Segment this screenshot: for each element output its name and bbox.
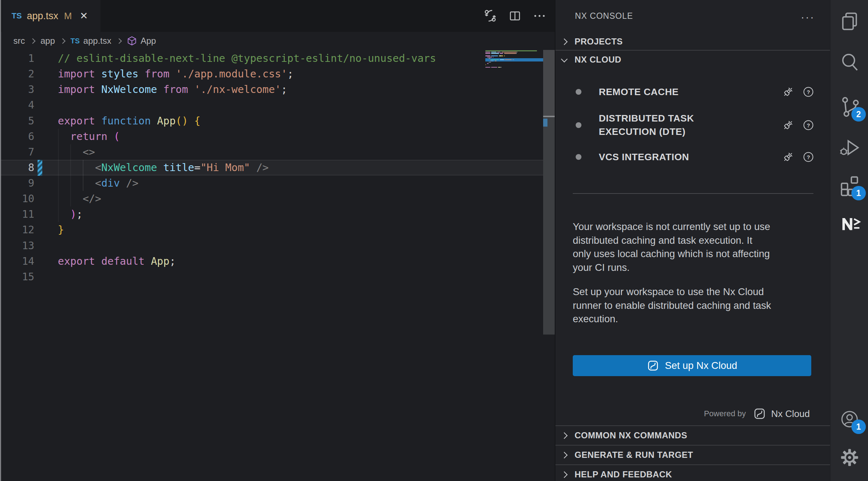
breadcrumb-app[interactable]: app (40, 36, 55, 46)
minimap[interactable] (485, 50, 543, 137)
chevron-right-icon (116, 38, 122, 44)
symbol-namespace-icon (127, 36, 137, 46)
section-projects[interactable]: PROJECTS (555, 33, 830, 50)
code-text: return ( (58, 129, 120, 144)
powered-by-label: Powered by (704, 409, 746, 418)
minimap-line (516, 53, 517, 54)
code-line[interactable]: 7 <> (0, 144, 555, 160)
setup-nx-cloud-button[interactable]: Set up Nx Cloud (573, 355, 811, 376)
extensions-icon[interactable]: 1 (838, 174, 861, 197)
code-line[interactable]: 12} (0, 222, 555, 238)
minimap-line (491, 60, 494, 61)
search-icon[interactable] (838, 51, 861, 74)
tab-filename: app.tsx (27, 10, 58, 22)
window-edge (0, 0, 1, 481)
minimap-line (502, 55, 503, 56)
tab-app-tsx[interactable]: TS app.tsx M ✕ (2, 0, 100, 32)
run-debug-icon[interactable] (838, 136, 861, 158)
open-changes-icon[interactable] (483, 8, 498, 24)
chevron-right-icon (30, 38, 36, 44)
line-number[interactable]: 14 (0, 254, 34, 269)
code-text: // eslint-disable-next-line @typescript-… (58, 51, 436, 66)
status-dot-icon (576, 154, 581, 160)
minimap-line (488, 63, 489, 64)
scrollbar-thumb[interactable] (543, 50, 555, 116)
nx-cloud-brand-link[interactable]: Nx Cloud (771, 408, 810, 420)
minimap-line (500, 53, 503, 54)
line-number[interactable]: 11 (0, 207, 34, 222)
connect-icon[interactable] (782, 86, 794, 98)
line-number[interactable]: 13 (0, 238, 34, 254)
help-icon[interactable]: ? (803, 86, 814, 98)
code-line[interactable]: 2import styles from './app.module.css'; (0, 66, 555, 82)
code-line[interactable]: 4 (0, 97, 555, 113)
feature-label: VCS INTEGRATION (599, 150, 754, 164)
panel-more-actions-icon[interactable]: ··· (801, 11, 815, 23)
split-editor-icon[interactable] (507, 8, 523, 24)
minimap-line (491, 53, 499, 54)
line-number[interactable]: 4 (0, 97, 34, 113)
line-number[interactable]: 8 (0, 160, 34, 175)
source-control-icon[interactable]: 2 (838, 95, 861, 118)
breadcrumb-symbol[interactable]: App (141, 36, 156, 46)
section-common-nx-commands[interactable]: COMMON NX COMMANDS (555, 425, 830, 445)
feature-label: REMOTE CACHE (599, 85, 754, 99)
line-number[interactable]: 10 (0, 191, 34, 207)
nx-cloud-logo-icon (753, 407, 766, 420)
setup-description: Set up your workspace to use the Nx Clou… (573, 285, 816, 326)
typescript-file-icon: TS (70, 37, 80, 45)
line-number[interactable]: 9 (0, 175, 34, 191)
code-line[interactable]: 3import NxWelcome from './nx-welcome'; (0, 82, 555, 97)
section-label: HELP AND FEEDBACK (575, 469, 672, 480)
accounts-icon[interactable]: 1 (838, 408, 861, 430)
code-line[interactable]: 14export default App; (0, 254, 555, 269)
line-number[interactable]: 15 (0, 269, 34, 285)
extensions-badge: 1 (851, 186, 866, 200)
code-line[interactable]: 13 (0, 238, 555, 254)
line-number[interactable]: 12 (0, 222, 34, 238)
minimap-line (485, 55, 490, 56)
code-editor[interactable]: 1// eslint-disable-next-line @typescript… (0, 50, 555, 481)
indent-guide (83, 160, 83, 191)
chevron-right-icon (561, 432, 567, 439)
code-line[interactable]: 11 ); (0, 207, 555, 222)
line-number[interactable]: 1 (0, 51, 34, 66)
explorer-icon[interactable] (838, 10, 861, 33)
section-nx-cloud[interactable]: NX CLOUD (555, 51, 830, 68)
chevron-right-icon (561, 452, 567, 458)
section-label: PROJECTS (575, 37, 623, 47)
code-text: } (58, 222, 64, 238)
line-number[interactable]: 3 (0, 82, 34, 97)
section-generate-run-target[interactable]: GENERATE & RUN TARGET (555, 445, 830, 464)
nx-console-icon[interactable] (838, 213, 861, 235)
line-number[interactable]: 6 (0, 129, 34, 144)
panel-title: NX CONSOLE (575, 11, 633, 21)
scrollbar-track[interactable] (543, 117, 555, 335)
connect-icon[interactable] (782, 119, 794, 131)
code-line[interactable]: 15 (0, 269, 555, 285)
code-line[interactable]: 10 </> (0, 191, 555, 207)
code-line[interactable]: 5export function App() { (0, 113, 555, 129)
line-number[interactable]: 7 (0, 144, 34, 160)
code-text: import NxWelcome from './nx-welcome'; (58, 82, 287, 97)
minimap-line (485, 52, 490, 53)
help-icon[interactable]: ? (803, 151, 814, 163)
minimap-line (485, 50, 537, 51)
breadcrumb-file[interactable]: app.tsx (83, 36, 111, 46)
minimap-line (505, 59, 512, 60)
code-line[interactable]: 6 return ( (0, 129, 555, 144)
settings-gear-icon[interactable] (838, 446, 861, 469)
overview-ruler-modified-marker (543, 119, 547, 127)
code-line[interactable]: 1// eslint-disable-next-line @typescript… (0, 51, 555, 66)
section-help-and-feedback[interactable]: HELP AND FEEDBACK (555, 464, 830, 481)
line-number[interactable]: 5 (0, 113, 34, 129)
chevron-right-icon (60, 38, 66, 44)
minimap-line (502, 52, 517, 53)
help-icon[interactable]: ? (803, 119, 814, 131)
close-icon[interactable]: ✕ (80, 10, 88, 22)
more-actions-icon[interactable] (532, 8, 547, 24)
line-number[interactable]: 2 (0, 66, 34, 82)
breadcrumb-src[interactable]: src (13, 36, 25, 46)
connect-icon[interactable] (782, 151, 794, 163)
minimap-line (500, 59, 504, 60)
